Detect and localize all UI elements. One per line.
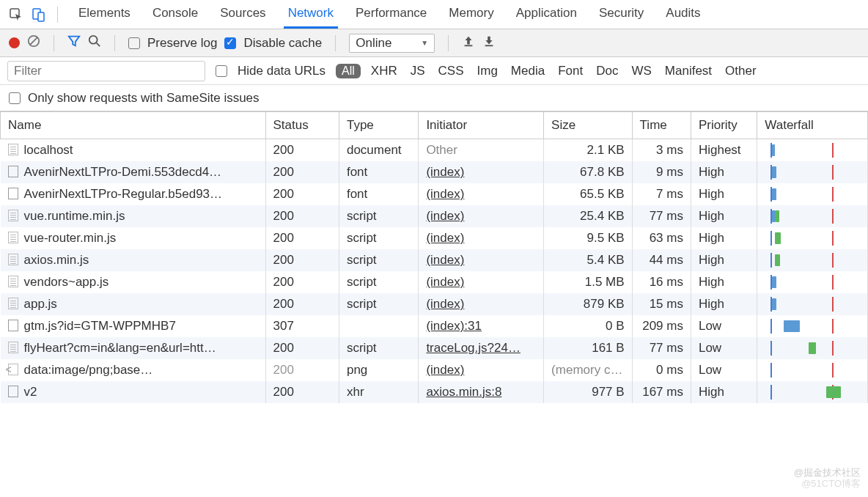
inspect-icon[interactable] bbox=[7, 6, 25, 23]
hide-data-urls-checkbox[interactable] bbox=[216, 65, 227, 77]
size-cell: 67.8 KB bbox=[544, 161, 633, 183]
initiator-link[interactable]: (index) bbox=[426, 209, 464, 223]
preserve-log-checkbox[interactable] bbox=[128, 37, 140, 49]
col-header-priority[interactable]: Priority bbox=[691, 112, 757, 139]
priority-cell: High bbox=[691, 293, 757, 315]
initiator-link[interactable]: (index) bbox=[426, 363, 464, 377]
tab-application[interactable]: Application bbox=[512, 0, 581, 29]
separator bbox=[335, 35, 336, 51]
tab-network[interactable]: Network bbox=[284, 0, 338, 29]
initiator-link[interactable]: (index):31 bbox=[426, 319, 482, 333]
table-row[interactable]: gtm.js?id=GTM-WPPMHB7307(index):310 B209… bbox=[1, 315, 868, 337]
tab-audits[interactable]: Audits bbox=[661, 0, 705, 29]
request-name: gtm.js?id=GTM-WPPMHB7 bbox=[24, 319, 176, 333]
priority-cell: High bbox=[691, 205, 757, 227]
initiator-link[interactable]: (index) bbox=[426, 275, 464, 289]
priority-cell: High bbox=[691, 183, 757, 205]
request-name: data:image/png;base… bbox=[24, 363, 153, 377]
table-row[interactable]: AvenirNextLTPro-Regular.b5ed93…200font(i… bbox=[1, 183, 868, 205]
filter-type-doc[interactable]: Doc bbox=[596, 64, 618, 78]
initiator-link[interactable]: (index) bbox=[426, 187, 464, 201]
tab-console[interactable]: Console bbox=[148, 0, 202, 29]
tab-sources[interactable]: Sources bbox=[216, 0, 270, 29]
col-header-name[interactable]: Name bbox=[1, 112, 266, 139]
main-tabs: ElementsConsoleSourcesNetworkPerformance… bbox=[74, 0, 705, 29]
priority-cell: High bbox=[691, 249, 757, 271]
size-cell: 977 B bbox=[544, 381, 633, 403]
table-row[interactable]: data:image/png;base…200png(index)(memory… bbox=[1, 359, 868, 381]
filter-type-all[interactable]: All bbox=[336, 64, 361, 78]
filter-input[interactable] bbox=[7, 61, 205, 81]
size-cell: 5.4 KB bbox=[544, 249, 633, 271]
table-row[interactable]: vendors~app.js200script(index)1.5 MB16 m… bbox=[1, 271, 868, 293]
type-cell: font bbox=[339, 183, 418, 205]
search-icon[interactable] bbox=[88, 34, 101, 51]
download-har-icon[interactable] bbox=[482, 34, 496, 51]
file-icon bbox=[8, 276, 18, 287]
tab-memory[interactable]: Memory bbox=[444, 0, 498, 29]
tab-elements[interactable]: Elements bbox=[74, 0, 135, 29]
separator bbox=[57, 7, 58, 23]
time-cell: 44 ms bbox=[632, 249, 691, 271]
separator bbox=[448, 35, 449, 51]
filter-type-img[interactable]: Img bbox=[477, 64, 498, 78]
file-icon bbox=[8, 342, 18, 353]
separator bbox=[114, 35, 115, 51]
filter-type-xhr[interactable]: XHR bbox=[371, 64, 397, 78]
time-cell: 63 ms bbox=[632, 227, 691, 249]
initiator-link[interactable]: (index) bbox=[426, 165, 464, 179]
col-header-type[interactable]: Type bbox=[339, 112, 418, 139]
initiator-link[interactable]: traceLog.js?24… bbox=[426, 341, 521, 355]
col-header-status[interactable]: Status bbox=[265, 112, 339, 139]
col-header-time[interactable]: Time bbox=[632, 112, 691, 139]
waterfall-cell bbox=[757, 139, 868, 162]
type-cell: script bbox=[339, 337, 418, 359]
filter-type-manifest[interactable]: Manifest bbox=[665, 64, 712, 78]
filter-type-ws[interactable]: WS bbox=[631, 64, 651, 78]
table-row[interactable]: vue-router.min.js200script(index)9.5 KB6… bbox=[1, 227, 868, 249]
table-row[interactable]: vue.runtime.min.js200script(index)25.4 K… bbox=[1, 205, 868, 227]
initiator-link[interactable]: (index) bbox=[426, 231, 464, 245]
initiator-link[interactable]: (index) bbox=[426, 297, 464, 311]
col-header-waterfall[interactable]: Waterfall bbox=[757, 112, 868, 139]
table-row[interactable]: v2200xhraxios.min.js:8977 B167 msHigh bbox=[1, 381, 868, 403]
filter-type-font[interactable]: Font bbox=[558, 64, 583, 78]
waterfall-cell bbox=[757, 161, 868, 183]
filter-type-media[interactable]: Media bbox=[511, 64, 545, 78]
table-row[interactable]: flyHeart?cm=in&lang=en&url=htt…200script… bbox=[1, 337, 868, 359]
samesite-checkbox[interactable] bbox=[9, 92, 21, 104]
file-icon bbox=[8, 166, 18, 177]
tab-security[interactable]: Security bbox=[595, 0, 648, 29]
table-row[interactable]: app.js200script(index)879 KB15 msHigh bbox=[1, 293, 868, 315]
waterfall-cell bbox=[757, 271, 868, 293]
size-cell: 25.4 KB bbox=[544, 205, 633, 227]
hide-data-urls-label: Hide data URLs bbox=[238, 64, 326, 78]
filter-icon[interactable] bbox=[67, 34, 81, 51]
request-name: AvenirNextLTPro-Demi.553decd4… bbox=[24, 165, 222, 179]
request-name: v2 bbox=[24, 385, 37, 399]
device-mode-icon[interactable] bbox=[29, 6, 47, 23]
record-icon[interactable] bbox=[9, 37, 20, 48]
status-cell: 200 bbox=[265, 293, 339, 315]
tab-performance[interactable]: Performance bbox=[351, 0, 431, 29]
initiator-link[interactable]: (index) bbox=[426, 253, 464, 267]
svg-line-6 bbox=[97, 43, 100, 47]
request-name: AvenirNextLTPro-Regular.b5ed93… bbox=[24, 187, 223, 201]
requests-table: NameStatusTypeInitiatorSizeTimePriorityW… bbox=[0, 111, 868, 403]
upload-har-icon[interactable] bbox=[462, 34, 475, 51]
initiator-link[interactable]: axios.min.js:8 bbox=[426, 385, 501, 399]
clear-icon[interactable] bbox=[27, 34, 40, 51]
filter-type-js[interactable]: JS bbox=[411, 64, 425, 78]
table-row[interactable]: AvenirNextLTPro-Demi.553decd4…200font(in… bbox=[1, 161, 868, 183]
waterfall-cell bbox=[757, 293, 868, 315]
file-icon bbox=[8, 210, 18, 221]
col-header-size[interactable]: Size bbox=[544, 112, 633, 139]
col-header-initiator[interactable]: Initiator bbox=[419, 112, 544, 139]
filter-type-other[interactable]: Other bbox=[725, 64, 757, 78]
disable-cache-checkbox[interactable] bbox=[224, 37, 236, 49]
filter-type-css[interactable]: CSS bbox=[438, 64, 464, 78]
table-row[interactable]: localhost200documentOther2.1 KB3 msHighe… bbox=[1, 139, 868, 162]
time-cell: 209 ms bbox=[632, 315, 691, 337]
throttling-select[interactable]: Online ▼ bbox=[349, 34, 435, 53]
table-row[interactable]: axios.min.js200script(index)5.4 KB44 msH… bbox=[1, 249, 868, 271]
